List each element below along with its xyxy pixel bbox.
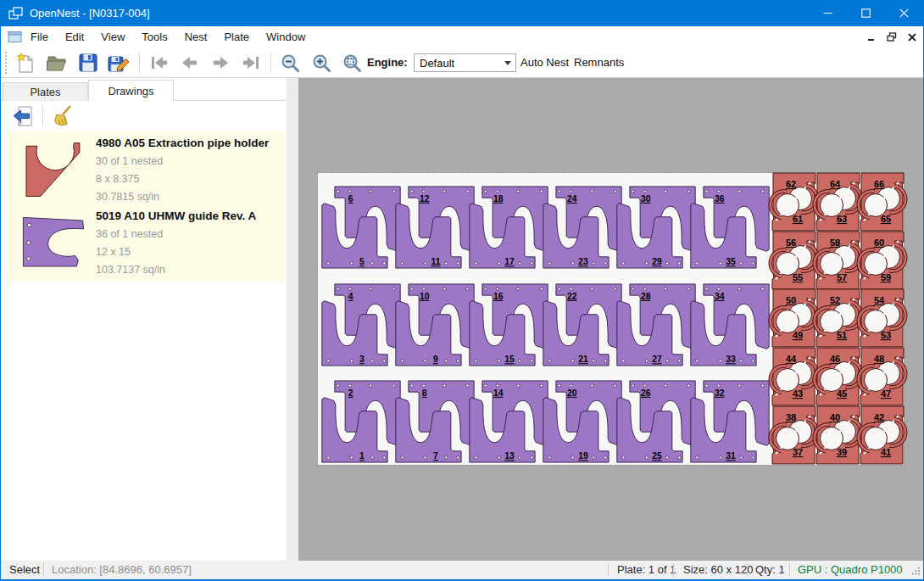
previous-plate-button[interactable] xyxy=(177,51,203,75)
nest-pair-61-62: 6261 xyxy=(771,173,817,231)
main-toolbar: Engine: Default Auto Nest Remnants xyxy=(1,47,923,78)
tab-drawings[interactable]: Drawings xyxy=(88,80,174,101)
nest-pair-35-36: 3635 xyxy=(688,184,771,271)
part-number-57: 57 xyxy=(837,272,847,282)
drawing-size: 12 x 15 xyxy=(96,246,131,258)
nest-pair-27-28: 2827 xyxy=(615,282,698,368)
part-number-27: 27 xyxy=(652,355,662,364)
clean-button[interactable] xyxy=(48,103,75,129)
remnants-button[interactable]: Remnants xyxy=(574,47,624,78)
next-plate-icon xyxy=(209,52,231,74)
part-number-46: 46 xyxy=(830,354,840,364)
menu-window[interactable]: Window xyxy=(258,26,314,47)
mdi-document-icon[interactable] xyxy=(8,31,22,43)
close-icon xyxy=(899,8,909,18)
minimize-button[interactable] xyxy=(809,0,847,26)
previous-plate-icon xyxy=(179,52,201,74)
menu-plate[interactable]: Plate xyxy=(215,26,258,47)
tab-plates[interactable]: Plates xyxy=(3,82,88,101)
toolbar-grip[interactable] xyxy=(5,52,7,74)
maximize-button[interactable] xyxy=(847,0,885,26)
first-plate-button[interactable] xyxy=(147,51,172,75)
status-plate-size: Size: 60 x 120 xyxy=(683,561,753,579)
status-separator xyxy=(673,563,674,577)
mdi-close-button[interactable] xyxy=(906,31,918,43)
engine-selected-value: Default xyxy=(415,57,504,70)
drawing-title: 4980 A05 Extraction pipe holder xyxy=(96,137,269,149)
drawing-list: 4980 A05 Extraction pipe holder 30 of 1 … xyxy=(8,131,285,281)
last-plate-button[interactable] xyxy=(238,51,264,75)
menu-edit[interactable]: Edit xyxy=(57,26,92,47)
part-number-3: 3 xyxy=(359,355,365,364)
toolbar-separator-1 xyxy=(139,53,140,73)
new-file-button[interactable] xyxy=(13,51,38,75)
status-separator xyxy=(747,563,748,577)
menu-view[interactable]: View xyxy=(92,26,133,47)
part-number-34: 34 xyxy=(715,292,725,301)
part-number-24: 24 xyxy=(567,194,577,204)
close-button[interactable] xyxy=(885,0,923,26)
zoom-fit-icon xyxy=(342,53,363,74)
first-plate-icon xyxy=(148,52,170,74)
part-number-2: 2 xyxy=(348,388,353,398)
nest-pair-49-50: 5049 xyxy=(771,289,817,347)
part-number-7: 7 xyxy=(433,451,438,461)
part-number-25: 25 xyxy=(652,451,662,461)
send-back-button[interactable] xyxy=(9,103,36,129)
auto-nest-button[interactable]: Auto Nest xyxy=(520,47,569,78)
next-plate-button[interactable] xyxy=(208,51,233,75)
chevron-down-icon xyxy=(504,61,511,65)
nest-canvas[interactable]: 6512111817242330293635431091615222128273… xyxy=(298,78,924,561)
mdi-restore-button[interactable] xyxy=(886,31,898,43)
open-file-button[interactable] xyxy=(44,51,70,75)
part-number-30: 30 xyxy=(641,194,651,204)
nest-pair-25-26: 2625 xyxy=(615,378,698,465)
menu-tools[interactable]: Tools xyxy=(133,26,175,47)
nest-pair-17-18: 1817 xyxy=(467,184,550,271)
minimize-icon xyxy=(823,8,832,18)
save-button[interactable] xyxy=(75,51,101,75)
panel-splitter[interactable] xyxy=(287,78,298,561)
nest-pair-45-46: 4645 xyxy=(815,348,861,405)
nest-pair-65-66: 6665 xyxy=(859,173,905,231)
app-window: OpenNest - [N0317-004] File Edit View To… xyxy=(0,0,924,581)
part-number-26: 26 xyxy=(641,388,651,398)
drawings-toolbar-separator xyxy=(42,106,43,126)
part-number-10: 10 xyxy=(420,292,430,301)
mdi-minimize-button[interactable] xyxy=(866,31,877,43)
part-number-8: 8 xyxy=(422,388,427,398)
part-number-47: 47 xyxy=(881,388,891,399)
part-number-5: 5 xyxy=(359,257,365,266)
part-number-17: 17 xyxy=(504,257,515,266)
nest-pair-37-38: 3837 xyxy=(771,406,817,464)
mdi-close-icon xyxy=(908,33,916,42)
part-number-43: 43 xyxy=(793,388,803,399)
menu-nest[interactable]: Nest xyxy=(176,26,216,47)
nest-pair-31-32: 3231 xyxy=(688,378,771,465)
nest-pair-51-52: 5251 xyxy=(815,289,861,347)
part-number-45: 45 xyxy=(837,388,847,399)
zoom-out-button[interactable] xyxy=(277,51,303,75)
drawing-nested-count: 30 of 1 nested xyxy=(96,155,163,167)
zoom-fit-button[interactable] xyxy=(339,51,365,75)
part-number-49: 49 xyxy=(793,330,803,340)
zoom-in-button[interactable] xyxy=(309,51,334,75)
plate[interactable]: 6512111817242330293635431091615222128273… xyxy=(318,173,904,465)
window-title: OpenNest - [N0317-004] xyxy=(30,7,809,20)
resize-grip[interactable] xyxy=(910,566,921,576)
part-number-61: 61 xyxy=(793,214,803,224)
drawing-thumbnail-4980 xyxy=(16,138,88,201)
menu-file[interactable]: File xyxy=(22,26,57,47)
part-number-32: 32 xyxy=(715,388,725,398)
app-icon xyxy=(8,7,23,20)
part-number-41: 41 xyxy=(881,447,891,457)
drawing-item-5019[interactable]: 5019 A10 UHMW guide Rev. A 36 of 1 neste… xyxy=(8,206,285,281)
zoom-in-icon xyxy=(311,53,332,74)
engine-select[interactable]: Default xyxy=(414,53,516,72)
drawing-area: 30.7815 sq/in xyxy=(96,191,159,203)
drawing-item-4980[interactable]: 4980 A05 Extraction pipe holder 30 of 1 … xyxy=(8,131,285,206)
nest-pair-19-20: 2019 xyxy=(541,378,624,465)
part-number-19: 19 xyxy=(578,451,588,461)
save-as-button[interactable] xyxy=(106,51,131,75)
part-number-64: 64 xyxy=(830,179,841,189)
